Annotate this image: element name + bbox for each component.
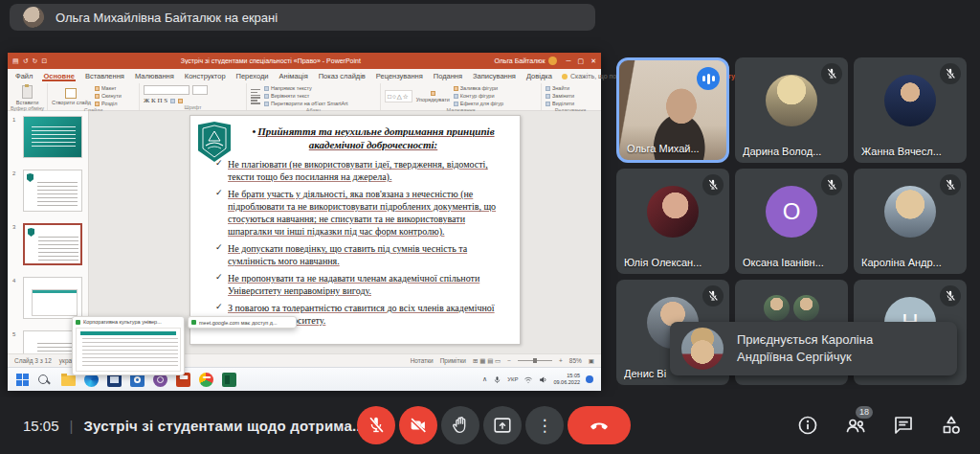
text-direction-button[interactable]: Напрямок тексту <box>264 85 348 92</box>
section-button[interactable]: Розділ <box>95 101 122 107</box>
tab-home[interactable]: Основне <box>42 71 75 81</box>
tray-expand-icon[interactable]: ∧ <box>482 375 487 383</box>
fit-slide-icon[interactable]: ▣ <box>589 357 594 365</box>
redo-icon[interactable]: ↻ <box>33 57 38 65</box>
zoom-slider[interactable] <box>518 360 552 361</box>
slide-thumbnail-1[interactable] <box>23 116 82 158</box>
more-options-button[interactable]: ⋮ <box>525 406 564 444</box>
align-buttons[interactable] <box>251 97 260 104</box>
tray-language[interactable]: УКР <box>507 376 518 382</box>
tab-recording[interactable]: Записування <box>472 71 517 81</box>
mic-toggle-button[interactable] <box>357 406 395 444</box>
tab-file[interactable]: Файл <box>14 71 33 81</box>
mic-off-icon <box>702 174 724 195</box>
present-button[interactable] <box>483 406 522 444</box>
end-call-button[interactable] <box>568 406 631 444</box>
participant-tile-oksana[interactable]: О Оксана Іванівн... <box>735 169 848 274</box>
mic-off-icon <box>821 63 842 84</box>
search-button[interactable] <box>38 373 53 387</box>
zoom-level[interactable]: 85% <box>569 357 582 364</box>
shape-effects-button[interactable]: Ефекти для фігур <box>454 101 503 107</box>
font-color-button[interactable] <box>170 99 175 103</box>
start-presentation-icon[interactable]: ⊡ <box>41 57 47 65</box>
camera-toggle-button[interactable] <box>399 406 437 444</box>
close-icon[interactable]: ✕ <box>590 57 596 65</box>
powerpoint-titlebar: ▤ ↺ ↻ ⊡ Зустріч зі студентами спеціально… <box>8 53 601 69</box>
minimize-icon[interactable]: ─ <box>567 57 571 65</box>
start-button[interactable] <box>15 373 30 387</box>
zoom-in-icon[interactable]: + <box>559 357 563 364</box>
file-explorer-icon[interactable] <box>61 375 76 386</box>
slide-thumbnail-3-selected[interactable] <box>23 223 82 265</box>
align-text-button[interactable]: Вирівняти текст <box>264 93 348 100</box>
tab-review[interactable]: Рецензування <box>375 71 424 81</box>
chrome-icon[interactable] <box>199 373 213 387</box>
quick-access-toolbar[interactable]: ▤ ↺ ↻ ⊡ <box>12 57 47 65</box>
mic-off-icon <box>940 285 961 306</box>
shape-fill-button[interactable]: Заливка фігури <box>454 85 503 92</box>
participant-tile-zhanna[interactable]: Жанна Вячесл... <box>854 57 967 163</box>
mic-off-icon <box>821 174 842 195</box>
arrange-button[interactable]: Упорядкувати <box>416 91 450 102</box>
tab-animations[interactable]: Анімація <box>278 71 309 81</box>
tab-help[interactable]: Довідка <box>525 71 553 81</box>
tab-design[interactable]: Конструктор <box>184 71 227 81</box>
slide-thumbnail-2[interactable] <box>23 170 82 212</box>
tab-preview-card[interactable]: Корпоративна культура універ... <box>72 316 185 375</box>
meeting-details-button[interactable] <box>796 414 819 437</box>
select-button[interactable]: Виділити <box>546 101 574 107</box>
shapes-gallery[interactable]: □○△☆ <box>385 90 412 102</box>
reset-button[interactable]: Скинути <box>95 93 122 100</box>
save-icon[interactable]: ▤ <box>12 57 19 65</box>
tab-slideshow[interactable]: Показ слайдів <box>318 71 367 81</box>
mic-off-icon <box>940 63 961 84</box>
excel-icon[interactable] <box>222 373 236 387</box>
paste-button[interactable]: Вставити <box>16 85 39 105</box>
current-slide[interactable]: •Прийняття та неухильне дотримання принц… <box>189 115 521 345</box>
comments-button[interactable]: Примітки <box>440 357 466 364</box>
smartart-button[interactable]: Перетворити на об'єкт SmartArt <box>264 101 348 107</box>
participant-tile-daryna[interactable]: Дарина Волод... <box>735 57 848 163</box>
tray-volume-icon[interactable] <box>539 375 547 384</box>
presenting-banner-text: Ольга Михайлівна Байталюк на екрані <box>56 11 278 25</box>
font-size-box[interactable] <box>192 85 208 95</box>
tab-insert[interactable]: Вставлення <box>84 71 125 81</box>
window-title: Зустріч зі студентами спеціальності «Пра… <box>51 57 490 64</box>
raise-hand-button[interactable] <box>441 406 479 444</box>
new-slide-button[interactable]: Створити слайд <box>52 88 91 105</box>
participant-tile-yuliia[interactable]: Юлія Олексан... <box>616 169 729 274</box>
maximize-icon[interactable]: ▢ <box>578 57 585 65</box>
notes-button[interactable]: Нотатки <box>411 357 434 364</box>
zoom-out-icon[interactable]: − <box>507 357 511 364</box>
find-button[interactable]: Знайти <box>546 85 574 92</box>
notification-center-icon[interactable] <box>586 375 593 383</box>
tray-wifi-icon[interactable] <box>523 375 533 384</box>
arrange-icon <box>431 91 435 96</box>
undo-icon[interactable]: ↺ <box>23 57 29 65</box>
participant-count-badge: 18 <box>856 406 873 419</box>
font-style-buttons[interactable]: Ж К П S <box>144 97 167 104</box>
layout-button[interactable]: Макет <box>95 85 122 92</box>
participants-button[interactable]: 18 <box>844 414 867 437</box>
shape-outline-button[interactable]: Контур фігури <box>454 93 503 100</box>
account-chip[interactable]: Ольга Байталюк <box>494 57 556 65</box>
tray-mic-icon[interactable] <box>493 375 501 384</box>
activities-button[interactable] <box>940 414 963 437</box>
tab-preview-card[interactable]: meet.google.com має доступ д... <box>188 316 297 329</box>
account-avatar <box>548 57 557 65</box>
slide-thumbnail-4[interactable] <box>23 277 82 319</box>
window-controls[interactable]: ─ ▢ ✕ <box>567 57 596 65</box>
participant-tile-karolina[interactable]: Кароліна Андр... <box>854 169 967 274</box>
tab-view[interactable]: Подання <box>433 71 463 81</box>
bullet-list-button[interactable] <box>251 89 260 97</box>
replace-button[interactable]: Замінити <box>546 93 574 100</box>
view-buttons[interactable]: ⊞ ▦ ▤ ▭ <box>473 357 501 365</box>
tab-draw[interactable]: Малювання <box>134 71 175 81</box>
chat-button[interactable] <box>892 414 915 437</box>
tray-clock[interactable]: 15:05 09.06.2022 <box>553 373 580 385</box>
participant-tile-olha[interactable]: Ольга Михай... <box>616 57 729 163</box>
font-name-box[interactable] <box>144 85 189 95</box>
google-meet-window: Ольга Михайлівна Байталюк на екрані ▤ ↺ … <box>0 0 980 454</box>
tab-transitions[interactable]: Переходи <box>235 71 270 81</box>
highlight-color-button[interactable] <box>178 99 183 103</box>
